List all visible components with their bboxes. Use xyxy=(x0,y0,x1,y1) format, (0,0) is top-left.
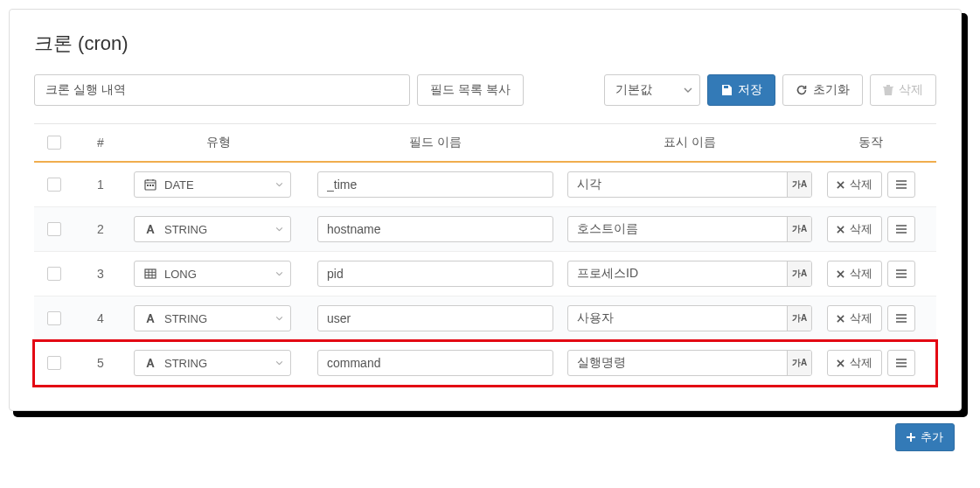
row-delete-button[interactable]: 삭제 xyxy=(827,261,882,287)
locale-button[interactable]: 가A xyxy=(787,261,811,286)
row-delete-label: 삭제 xyxy=(850,221,872,237)
delete-button[interactable]: 삭제 xyxy=(870,74,936,106)
row-field-cell xyxy=(310,171,560,198)
row-display-cell: 가A xyxy=(560,305,819,331)
close-icon xyxy=(837,359,844,367)
type-select-value: DATE xyxy=(164,178,194,192)
menu-icon xyxy=(895,268,907,279)
row-action-cell: 삭제 xyxy=(819,216,924,242)
svg-rect-2 xyxy=(149,185,151,186)
row-delete-button[interactable]: 삭제 xyxy=(827,350,882,376)
type-select[interactable]: STRING xyxy=(134,305,291,331)
type-icon xyxy=(143,312,157,324)
type-icon xyxy=(143,178,157,191)
chevron-down-icon xyxy=(275,272,283,276)
row-type-cell: STRING xyxy=(127,216,310,242)
type-select-value: STRING xyxy=(164,223,207,236)
display-input-wrap: 가A xyxy=(567,171,812,198)
type-select-value: STRING xyxy=(164,312,207,325)
row-delete-label: 삭제 xyxy=(850,266,872,282)
chevron-down-icon xyxy=(275,227,283,232)
row-field-cell xyxy=(310,305,560,331)
chevron-down-icon xyxy=(275,183,283,187)
row-delete-label: 삭제 xyxy=(850,310,872,326)
locale-icon: 가A xyxy=(792,269,807,278)
svg-rect-4 xyxy=(145,269,156,278)
locale-button[interactable]: 가A xyxy=(787,172,811,197)
header-display: 표시 이름 xyxy=(560,135,819,150)
display-name-input[interactable] xyxy=(567,216,812,242)
row-delete-button[interactable]: 삭제 xyxy=(827,171,882,198)
row-checkbox[interactable] xyxy=(47,356,61,370)
field-name-input[interactable] xyxy=(317,216,553,242)
reset-button[interactable]: 초기화 xyxy=(782,74,863,106)
svg-rect-1 xyxy=(147,185,149,186)
type-select-value: LONG xyxy=(164,268,197,281)
header-index: # xyxy=(74,136,127,150)
field-name-input[interactable] xyxy=(317,350,553,376)
row-field-cell xyxy=(310,350,560,376)
row-menu-button[interactable] xyxy=(887,350,915,376)
type-select[interactable]: DATE xyxy=(134,171,291,198)
row-delete-label: 삭제 xyxy=(850,177,872,192)
row-index: 3 xyxy=(74,267,127,281)
locale-button[interactable]: 가A xyxy=(787,351,811,375)
chevron-down-icon xyxy=(275,361,283,366)
field-name-input[interactable] xyxy=(317,261,553,287)
preset-select-value: 기본값 xyxy=(615,82,652,98)
row-checkbox[interactable] xyxy=(47,311,61,325)
row-display-cell: 가A xyxy=(560,171,819,198)
menu-icon xyxy=(895,313,907,324)
row-menu-button[interactable] xyxy=(887,261,915,287)
row-checkbox-cell xyxy=(34,356,74,370)
type-select[interactable]: STRING xyxy=(134,216,291,242)
svg-rect-3 xyxy=(152,185,154,186)
display-input-wrap: 가A xyxy=(567,261,812,287)
preset-select[interactable]: 기본값 xyxy=(604,74,700,106)
save-button[interactable]: 저장 xyxy=(707,74,775,106)
type-select[interactable]: STRING xyxy=(134,350,291,376)
display-input-wrap: 가A xyxy=(567,216,812,242)
menu-icon xyxy=(895,358,907,368)
trash-icon xyxy=(883,84,893,96)
row-checkbox-cell xyxy=(34,267,74,281)
type-icon xyxy=(143,268,157,280)
locale-button[interactable]: 가A xyxy=(787,217,811,241)
row-delete-button[interactable]: 삭제 xyxy=(827,216,882,242)
row-checkbox[interactable] xyxy=(47,267,61,281)
display-name-input[interactable] xyxy=(567,171,812,198)
panel: 크론 (cron) 필드 목록 복사 기본값 저장 xyxy=(9,9,962,411)
display-name-input[interactable] xyxy=(567,305,812,331)
select-all-checkbox[interactable] xyxy=(47,136,61,150)
close-icon xyxy=(837,226,844,234)
field-name-input[interactable] xyxy=(317,305,553,331)
display-input-wrap: 가A xyxy=(567,350,812,376)
display-name-input[interactable] xyxy=(567,350,812,376)
field-name-input[interactable] xyxy=(317,171,553,198)
row-checkbox[interactable] xyxy=(47,178,61,192)
toolbar-right: 기본값 저장 초기화 삭제 xyxy=(604,74,936,106)
add-button[interactable]: 추가 xyxy=(895,423,955,451)
locale-icon: 가A xyxy=(792,180,807,189)
type-select[interactable]: LONG xyxy=(134,261,291,287)
locale-button[interactable]: 가A xyxy=(787,306,811,331)
page-title: 크론 (cron) xyxy=(34,31,936,57)
type-select-value: STRING xyxy=(164,357,207,370)
table-row: 2 STRING 가A xyxy=(34,207,936,252)
row-menu-button[interactable] xyxy=(887,216,915,242)
row-index: 1 xyxy=(74,178,127,192)
copy-fields-button[interactable]: 필드 목록 복사 xyxy=(417,74,524,106)
toolbar: 필드 목록 복사 기본값 저장 초기화 xyxy=(34,74,936,106)
row-checkbox-cell xyxy=(34,222,74,236)
table-row: 3 LONG 가A xyxy=(34,252,936,296)
schema-name-input[interactable] xyxy=(34,74,410,106)
chevron-down-icon xyxy=(275,317,283,321)
row-delete-button[interactable]: 삭제 xyxy=(827,305,882,331)
display-name-input[interactable] xyxy=(567,261,812,287)
row-checkbox[interactable] xyxy=(47,222,61,236)
locale-icon: 가A xyxy=(792,314,807,323)
row-menu-button[interactable] xyxy=(887,305,915,331)
header-type: 유형 xyxy=(127,135,310,150)
table-body: 1 DATE 가A xyxy=(34,163,936,386)
row-menu-button[interactable] xyxy=(887,171,915,198)
